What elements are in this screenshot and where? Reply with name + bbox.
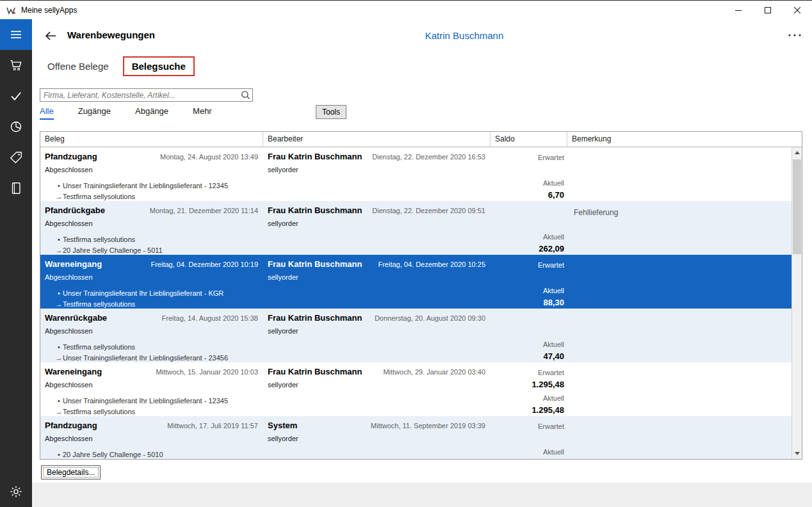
table-row[interactable]: Wareneingang Mittwoch, 15. Januar 2020 1… xyxy=(40,362,792,416)
maximize-button[interactable] xyxy=(753,1,783,19)
sidebar-item-settings[interactable] xyxy=(0,476,32,507)
bemerkung-cell: Fehllieferung xyxy=(567,201,792,255)
close-button[interactable] xyxy=(783,1,812,19)
sidebar-item-reports[interactable] xyxy=(0,111,32,142)
document-details-button[interactable]: Belegdetails... xyxy=(41,465,101,479)
table-row[interactable]: Warenrückgabe Freitag, 14. August 2020 1… xyxy=(40,309,792,362)
back-button[interactable] xyxy=(42,28,59,44)
document-type: Pfandzugang xyxy=(45,152,97,161)
editor-app: sellyorder xyxy=(268,273,485,281)
document-type: Wareneingang xyxy=(45,259,102,269)
saldo-cell: Erwartet Aktuell 2,60 xyxy=(491,416,567,459)
party-line: •Testfirma sellysolutions xyxy=(45,341,258,352)
minimize-button[interactable] xyxy=(724,1,753,19)
saldo-expected-label: Erwartet xyxy=(491,366,564,379)
table-row[interactable]: Pfandrückgabe Montag, 21. Dezember 2020 … xyxy=(40,201,792,255)
editor-app: sellyorder xyxy=(268,166,485,173)
bearbeiter-cell: Frau Katrin Buschmann Dienstag, 22. Deze… xyxy=(263,201,491,255)
filter-mehr[interactable]: Mehr xyxy=(193,106,212,118)
vertical-scrollbar[interactable] xyxy=(792,147,802,459)
tools-button[interactable]: Tools xyxy=(316,105,346,119)
party-line: •20 Jahre Selly Challenge - 5010 xyxy=(45,449,258,459)
saldo-actual-value: 47,40 xyxy=(491,351,564,362)
editor-name: Frau Katrin Buschmann xyxy=(268,205,362,215)
saldo-cell: Erwartet Aktuell 6,70 xyxy=(491,147,567,201)
scroll-down-button[interactable] xyxy=(792,448,802,459)
filter-abgaenge[interactable]: Abgänge xyxy=(135,106,168,118)
sidebar-item-orders[interactable] xyxy=(0,50,32,81)
party-line: •Testfirma sellysolutions xyxy=(45,234,258,245)
column-header-bemerkung[interactable]: Bemerkung xyxy=(567,132,802,147)
search-input[interactable] xyxy=(40,88,253,102)
saldo-actual-value: 88,30 xyxy=(491,297,564,309)
saldo-cell: Erwartet Aktuell 88,30 xyxy=(491,255,567,309)
saldo-actual-label: Aktuell xyxy=(491,446,564,458)
tab-offene-belege[interactable]: Offene Belege xyxy=(40,57,117,76)
filter-zugaenge[interactable]: Zugänge xyxy=(78,106,111,118)
more-options-button[interactable] xyxy=(788,32,802,38)
beleg-cell: Pfandzugang Montag, 24. August 2020 13:4… xyxy=(40,147,263,201)
table-row[interactable]: Pfandzugang Montag, 24. August 2020 13:4… xyxy=(40,147,792,201)
column-header-saldo[interactable]: Saldo xyxy=(491,132,567,147)
arrow-icon: → xyxy=(55,354,63,362)
saldo-actual-value: 262,09 xyxy=(491,243,564,255)
titlebar: Meine sellyApps xyxy=(0,0,812,19)
party-line: →20 Jahre Selly Challenge - 5011 xyxy=(45,245,258,255)
bemerkung-cell xyxy=(567,309,792,362)
gear-icon xyxy=(9,485,23,499)
party-line: →Testfirma sellysolutions xyxy=(45,406,258,416)
sidebar-item-tasks[interactable] xyxy=(0,81,32,111)
document-status: Abgeschlossen xyxy=(45,166,258,175)
saldo-actual-value: 6,70 xyxy=(491,189,564,201)
menu-toggle-button[interactable] xyxy=(0,19,32,50)
sidebar xyxy=(0,19,32,507)
party-line: →Testfirma sellysolutions xyxy=(45,298,258,309)
parties: •Testfirma sellysolutions→Unser Training… xyxy=(45,341,258,362)
parties: •20 Jahre Selly Challenge - 5010 xyxy=(45,449,258,459)
editor-date: Mittwoch, 11. September 2019 03:39 xyxy=(371,422,485,430)
table-body: Pfandzugang Montag, 24. August 2020 13:4… xyxy=(40,147,792,459)
parties: •Unser Trainingslieferant Ihr Lieblingsl… xyxy=(45,395,258,416)
sidebar-item-prices[interactable] xyxy=(0,142,32,173)
editor-date: Dienstag, 22. Dezember 2020 09:51 xyxy=(372,207,485,214)
saldo-actual-value: 2,60 xyxy=(491,458,564,459)
document-status: Abgeschlossen xyxy=(45,435,258,444)
editor-name: Frau Katrin Buschmann xyxy=(268,152,362,161)
arrow-icon: → xyxy=(55,408,63,415)
beleg-cell: Wareneingang Freitag, 04. Dezember 2020 … xyxy=(40,255,263,309)
editor-date: Freitag, 04. Dezember 2020 10:25 xyxy=(378,261,485,268)
sidebar-item-journal[interactable] xyxy=(0,173,32,204)
beleg-cell: Pfandzugang Mittwoch, 17. Juli 2019 11:5… xyxy=(40,416,263,459)
table-row[interactable]: Pfandzugang Mittwoch, 17. Juli 2019 11:5… xyxy=(40,416,792,459)
bearbeiter-cell: Frau Katrin Buschmann Mittwoch, 29. Janu… xyxy=(263,362,491,416)
party-name: Testfirma sellysolutions xyxy=(63,343,135,351)
saldo-expected-value xyxy=(491,325,564,338)
party-name: Testfirma sellysolutions xyxy=(63,236,135,243)
search-icon[interactable] xyxy=(241,90,250,100)
party-line: →Unser Trainingslieferant Ihr Lieblingsl… xyxy=(45,352,258,362)
bullet-icon: • xyxy=(55,236,63,243)
saldo-expected-value: 1.295,48 xyxy=(491,379,564,392)
table-row[interactable]: Wareneingang Freitag, 04. Dezember 2020 … xyxy=(40,255,792,309)
saldo-actual-label: Aktuell xyxy=(491,177,564,189)
column-header-bearbeiter[interactable]: Bearbeiter xyxy=(263,132,491,147)
filter-alle[interactable]: Alle xyxy=(40,106,54,120)
arrow-icon: → xyxy=(55,246,63,254)
beleg-cell: Wareneingang Mittwoch, 15. Januar 2020 1… xyxy=(40,362,263,416)
saldo-cell: Aktuell 262,09 xyxy=(491,201,567,255)
triangle-up-icon xyxy=(795,151,800,154)
bemerkung-cell xyxy=(567,147,792,201)
parties: •Testfirma sellysolutions→20 Jahre Selly… xyxy=(45,234,258,255)
scrollbar-thumb[interactable] xyxy=(793,159,801,254)
scroll-up-button[interactable] xyxy=(792,147,802,158)
document-date: Mittwoch, 15. Januar 2020 10:03 xyxy=(156,368,258,376)
tab-belegsuche[interactable]: Belegsuche xyxy=(123,56,195,76)
editor-app: sellyorder xyxy=(268,381,485,389)
document-status: Abgeschlossen xyxy=(45,327,258,337)
arrow-icon: → xyxy=(55,300,63,308)
editor-name: Frau Katrin Buschmann xyxy=(268,313,362,323)
document-type: Pfandrückgabe xyxy=(45,205,105,215)
editor-date: Donnerstag, 20. August 2020 09:30 xyxy=(375,314,485,322)
pie-chart-icon xyxy=(9,120,23,134)
column-header-beleg[interactable]: Beleg xyxy=(40,132,263,147)
